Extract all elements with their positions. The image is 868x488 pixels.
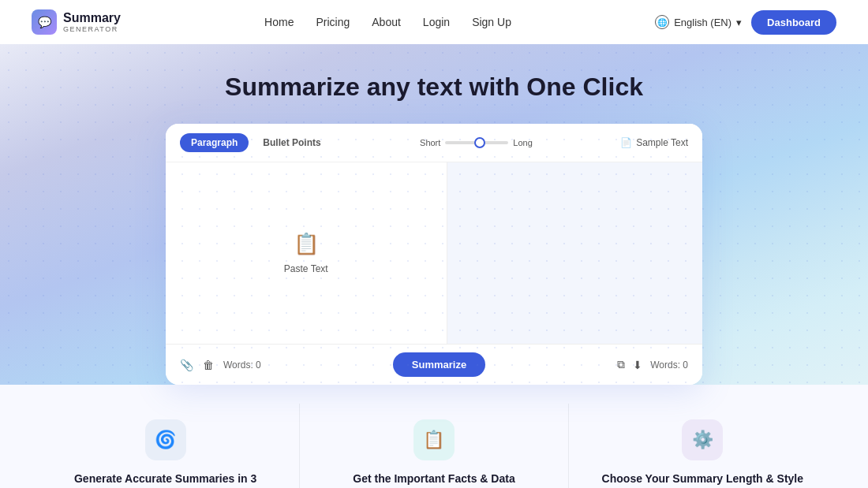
paste-area: 📋 Paste Text [284,232,328,275]
header-right: 🌐 English (EN) ▾ Dashboard [655,10,836,35]
nav-signup[interactable]: Sign Up [472,16,511,28]
input-panel[interactable]: 📋 Paste Text [166,162,447,344]
tab-bullet-points[interactable]: Bullet Points [252,133,331,152]
feature-icon-2: ⚙️ [682,419,723,460]
attach-icon-button[interactable]: 📎 [180,359,193,371]
logo: 💬 Summary GENERATOR [32,9,121,35]
logo-icon: 💬 [32,9,57,35]
app-card-top: Paragraph Bullet Points Short Long 📄 Sam… [166,124,702,162]
length-control: Short Long [420,138,533,147]
feature-title-1: Get the Important Facts & Data [324,471,544,487]
nav-home[interactable]: Home [264,16,294,28]
feature-icon-0: 🌀 [145,419,186,460]
globe-icon: 🌐 [655,15,669,29]
nav-login[interactable]: Login [423,16,450,28]
logo-subtitle: GENERATOR [63,25,121,33]
sample-text-label: Sample Text [636,137,688,148]
sample-text-button[interactable]: 📄 Sample Text [620,137,688,148]
bottom-left: 📎 🗑 Words: 0 [180,359,261,371]
feature-title-0: Generate Accurate Summaries in 3 seconds [55,471,275,488]
dashboard-button[interactable]: Dashboard [751,10,836,35]
app-card: Paragraph Bullet Points Short Long 📄 Sam… [166,124,702,385]
features-section: 🌀 Generate Accurate Summaries in 3 secon… [0,385,868,488]
feature-icon-1: 📋 [413,419,455,460]
text-panels: 📋 Paste Text [166,162,702,344]
delete-icon-button[interactable]: 🗑 [203,359,214,371]
word-count-left: Words: 0 [223,359,261,371]
hero-title: Summarize any text with One Click [32,73,836,102]
nav-about[interactable]: About [372,16,401,28]
summarize-button[interactable]: Summarize [393,352,485,377]
bottom-right: ⧉ ⬇ Words: 0 [617,358,688,371]
header: 💬 Summary GENERATOR Home Pricing About L… [0,0,868,44]
tab-paragraph[interactable]: Paragraph [180,133,249,152]
logo-title: Summary [63,11,121,25]
length-slider-thumb [474,137,485,148]
nav-pricing[interactable]: Pricing [316,16,350,28]
length-short-label: Short [420,138,440,147]
copy-icon-button[interactable]: ⧉ [617,358,625,371]
hero-section: Summarize any text with One Click Paragr… [0,44,868,385]
chevron-down-icon: ▾ [736,17,742,28]
feature-card-0: 🌀 Generate Accurate Summaries in 3 secon… [32,404,300,488]
feature-title-2: Choose Your Summary Length & Style [593,471,813,487]
document-icon: 📄 [620,137,632,148]
feature-card-1: 📋 Get the Important Facts & Data This te… [300,404,568,488]
paste-icon: 📋 [284,232,328,256]
app-card-bottom: 📎 🗑 Words: 0 Summarize ⧉ ⬇ Words: 0 [166,344,702,385]
language-label: English (EN) [674,17,731,28]
length-long-label: Long [513,138,532,147]
download-icon-button[interactable]: ⬇ [633,359,642,371]
logo-text: Summary GENERATOR [63,11,121,33]
main-nav: Home Pricing About Login Sign Up [264,16,511,28]
feature-card-2: ⚙️ Choose Your Summary Length & Style Yo… [569,404,836,488]
length-slider-track[interactable] [445,141,508,144]
language-selector[interactable]: 🌐 English (EN) ▾ [655,15,742,29]
tab-group: Paragraph Bullet Points [180,133,332,152]
output-panel [447,162,703,344]
word-count-right: Words: 0 [650,359,688,371]
paste-label: Paste Text [284,263,328,274]
